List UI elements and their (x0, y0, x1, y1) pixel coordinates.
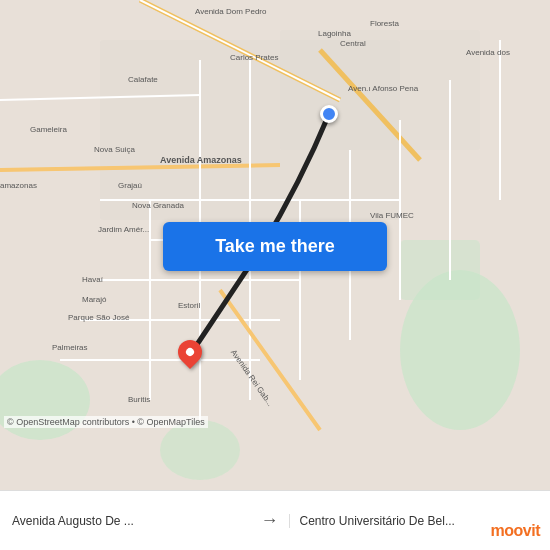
svg-text:Palmeiras: Palmeiras (52, 343, 88, 352)
svg-text:amazonas: amazonas (0, 181, 37, 190)
svg-text:Estoril: Estoril (178, 301, 200, 310)
svg-text:Gameleira: Gameleira (30, 125, 67, 134)
svg-text:Aven.ı Afonso Pena: Aven.ı Afonso Pena (348, 84, 419, 93)
svg-text:Jardim Amér...: Jardim Amér... (98, 225, 149, 234)
svg-point-3 (160, 420, 240, 480)
svg-text:Buritis: Buritis (128, 395, 150, 404)
svg-rect-4 (400, 240, 480, 300)
svg-text:Calafate: Calafate (128, 75, 158, 84)
destination-place-name: Centro Universitário De Bel... (300, 514, 455, 528)
origin-marker (320, 105, 338, 123)
svg-text:Lagoinha: Lagoinha (318, 29, 351, 38)
svg-text:Avenida Dom Pedro: Avenida Dom Pedro (195, 7, 267, 16)
svg-text:Carlos Prates: Carlos Prates (230, 53, 278, 62)
svg-text:Nova Granada: Nova Granada (132, 201, 185, 210)
svg-text:Nova Suiça: Nova Suiça (94, 145, 135, 154)
svg-text:Havaí: Havaí (82, 275, 104, 284)
svg-text:Parque São José: Parque São José (68, 313, 130, 322)
svg-text:Avenida Amazonas: Avenida Amazonas (160, 155, 242, 165)
svg-text:Floresta: Floresta (370, 19, 399, 28)
footer-bar: Avenida Augusto De ... → Centro Universi… (0, 490, 550, 550)
map-container: Avenida Dom Pedro Floresta Central Lagoi… (0, 0, 550, 490)
svg-text:Avenida dos: Avenida dos (466, 48, 510, 57)
moovit-text: moovit (491, 522, 540, 540)
svg-text:Grajaú: Grajaú (118, 181, 142, 190)
osm-attribution: © OpenStreetMap contributors • © OpenMap… (4, 416, 208, 428)
arrow-icon: → (251, 510, 289, 531)
take-me-there-button[interactable]: Take me there (163, 222, 387, 271)
moovit-logo: moovit (491, 522, 540, 540)
svg-text:Vila FUMEC: Vila FUMEC (370, 211, 414, 220)
footer-origin: Avenida Augusto De ... (12, 514, 251, 528)
svg-text:Central: Central (340, 39, 366, 48)
origin-place-name: Avenida Augusto De ... (12, 514, 251, 528)
svg-text:Marajó: Marajó (82, 295, 107, 304)
